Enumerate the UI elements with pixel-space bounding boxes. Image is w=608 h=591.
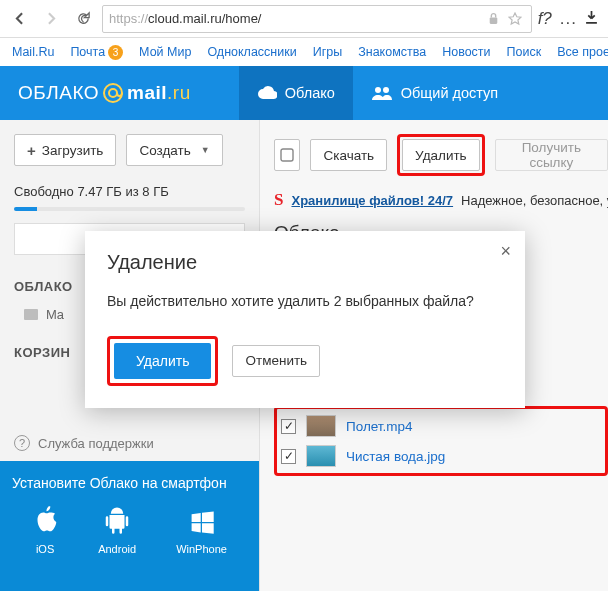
logo-mail: mail [127, 82, 167, 104]
support-link[interactable]: ? Служба поддержки [14, 435, 154, 451]
downloads-button[interactable] [585, 10, 598, 27]
platform-ios[interactable]: iOS [32, 505, 58, 555]
upload-label: Загрузить [42, 143, 104, 158]
android-icon [104, 505, 130, 535]
selection-highlight: Полет.mp4 Чистая вода.jpg [274, 406, 608, 476]
file-name[interactable]: Чистая вода.jpg [346, 449, 445, 464]
svg-rect-5 [281, 149, 293, 161]
tab-cloud-label: Облако [285, 85, 335, 101]
modal-title: Удаление [107, 251, 503, 274]
confirm-delete-button[interactable]: Удалить [114, 343, 211, 379]
file-name[interactable]: Полет.mp4 [346, 419, 413, 434]
portal-link-search[interactable]: Поиск [507, 45, 542, 59]
upload-button[interactable]: +Загрузить [14, 134, 116, 166]
get-link-label: Получить ссылку [508, 140, 595, 170]
promo-title: Установите Облако на смартфон [12, 475, 247, 491]
logo-ru: ru [173, 82, 191, 104]
svg-point-4 [383, 87, 389, 93]
create-button[interactable]: Создать▼ [126, 134, 222, 166]
portal-link-all[interactable]: Все проекты [557, 45, 608, 59]
folder-icon [24, 309, 38, 320]
help-icon: ? [14, 435, 30, 451]
tab-shared-label: Общий доступ [401, 85, 498, 101]
url-protocol: https:// [109, 11, 148, 26]
at-icon [101, 81, 125, 105]
logo-prefix: ОБЛАКО [18, 82, 99, 104]
file-row[interactable]: Чистая вода.jpg [281, 441, 601, 471]
more-button[interactable]: ... [560, 9, 577, 29]
url-host: cloud.mail.ru [148, 11, 222, 26]
mail-badge: 3 [108, 45, 123, 60]
support-label: Служба поддержки [38, 436, 154, 451]
content-toolbar: Скачать Удалить Получить ссылку [274, 134, 608, 176]
cancel-button[interactable]: Отменить [232, 345, 320, 377]
ad-text: Надежное, безопасное, удо [461, 193, 608, 208]
confirm-highlight: Удалить [107, 336, 218, 386]
svg-point-2 [109, 89, 117, 97]
portal-link-mail[interactable]: Почта3 [70, 45, 123, 60]
delete-confirm-modal: × Удаление Вы действительно хотите удали… [85, 231, 525, 408]
font-query-button[interactable]: f? [538, 9, 552, 29]
refresh-button[interactable] [70, 6, 96, 32]
logo[interactable]: ОБЛАКО mail . ru [0, 81, 209, 105]
portal-link-news[interactable]: Новости [442, 45, 490, 59]
file-thumbnail [306, 445, 336, 467]
platform-ios-label: iOS [36, 543, 54, 555]
windows-icon [189, 509, 215, 535]
platform-winphone-label: WinPhone [176, 543, 227, 555]
app-header: ОБЛАКО mail . ru Облако Общий доступ [0, 66, 608, 120]
forward-button[interactable] [38, 6, 64, 32]
storage-bar [14, 207, 245, 211]
file-row[interactable]: Полет.mp4 [281, 411, 601, 441]
delete-highlight: Удалить [397, 134, 485, 176]
platform-android-label: Android [98, 543, 136, 555]
portal-link-mailru[interactable]: Mail.Ru [12, 45, 54, 59]
file-checkbox[interactable] [281, 449, 296, 464]
ad-strip[interactable]: S Хранилище файлов! 24/7 Надежное, безоп… [274, 190, 608, 210]
modal-close-button[interactable]: × [500, 241, 511, 262]
ad-link[interactable]: Хранилище файлов! 24/7 [291, 193, 453, 208]
svg-point-1 [104, 84, 122, 102]
download-label: Скачать [323, 148, 374, 163]
portal-link-games[interactable]: Игры [313, 45, 342, 59]
address-bar[interactable]: https:// cloud.mail.ru /home/ [102, 5, 532, 33]
browser-toolbar: https:// cloud.mail.ru /home/ f? ... [0, 0, 608, 38]
apple-icon [32, 505, 58, 535]
svg-point-3 [375, 87, 381, 93]
browser-right-controls: f? ... [538, 9, 602, 29]
platform-winphone[interactable]: WinPhone [176, 509, 227, 555]
portal-link-world[interactable]: Мой Мир [139, 45, 191, 59]
modal-text: Вы действительно хотите удалить 2 выбран… [107, 292, 503, 312]
back-button[interactable] [6, 6, 32, 32]
create-label: Создать [139, 143, 190, 158]
portal-link-dating[interactable]: Знакомства [358, 45, 426, 59]
tab-shared[interactable]: Общий доступ [353, 66, 516, 120]
portal-nav: Mail.Ru Почта3 Мой Мир Одноклассники Игр… [0, 38, 608, 66]
url-path: /home/ [222, 11, 262, 26]
platform-android[interactable]: Android [98, 505, 136, 555]
caret-down-icon: ▼ [201, 145, 210, 155]
get-link-button[interactable]: Получить ссылку [495, 139, 608, 171]
delete-button[interactable]: Удалить [402, 139, 480, 171]
mobile-promo: Установите Облако на смартфон iOS Androi… [0, 461, 259, 591]
lock-icon [483, 12, 505, 25]
select-all-checkbox[interactable] [274, 139, 300, 171]
svg-rect-0 [490, 17, 498, 24]
portal-link-ok[interactable]: Одноклассники [207, 45, 296, 59]
delete-label: Удалить [415, 148, 467, 163]
tab-cloud[interactable]: Облако [239, 66, 353, 120]
storage-text: Свободно 7.47 ГБ из 8 ГБ [14, 184, 245, 199]
download-button[interactable]: Скачать [310, 139, 387, 171]
file-checkbox[interactable] [281, 419, 296, 434]
ad-logo-icon: S [274, 190, 283, 210]
people-icon [371, 86, 393, 100]
file-thumbnail [306, 415, 336, 437]
cloud-icon [257, 86, 277, 100]
bookmark-star-icon[interactable] [505, 12, 525, 26]
